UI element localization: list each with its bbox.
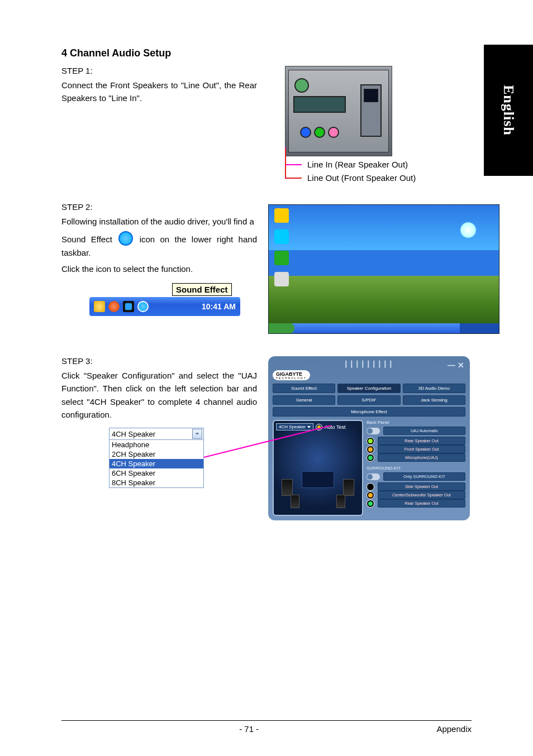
step3-text: Click "Speaker Configuration" and select…: [61, 369, 257, 421]
surround-kit-label: SURROUND-KIT: [367, 466, 465, 471]
panel-speaker-select-label: 4CH Speaker: [279, 424, 306, 429]
panel-drag-handle-icon[interactable]: ┃┃┃┃┃┃┃┃┃: [273, 361, 465, 368]
speaker-room-preview: 4CH Speaker Auto Test: [273, 420, 363, 516]
desktop-icon[interactable]: [272, 208, 291, 224]
panel-tab[interactable]: S/PDIF: [337, 395, 400, 405]
panel-tab[interactable]: Microphone Effect: [273, 407, 465, 417]
step2-text-a: Following installation of the audio driv…: [61, 217, 254, 226]
desktop-icon[interactable]: [272, 251, 291, 266]
jack-label: Rear Speaker Out: [378, 499, 465, 508]
usb-lan-stack-icon: [360, 84, 382, 137]
tray-icon-2[interactable]: [108, 301, 120, 312]
panel-tab[interactable]: Jack Sensing: [403, 395, 465, 405]
back-panel-label: Back Panel: [367, 420, 465, 425]
line-in-jack-icon: [300, 127, 311, 138]
dropdown-option[interactable]: 4CH Speaker: [110, 459, 203, 468]
step1-label: STEP 1:: [61, 66, 257, 75]
chevron-down-icon: [307, 426, 311, 428]
mic-jack-icon: [328, 127, 339, 138]
jack-label: Rear Speaker Out: [378, 437, 465, 445]
jack-indicator-icon: [367, 437, 374, 445]
page-number: - 71 -: [239, 724, 259, 734]
jack-indicator-icon: [367, 454, 374, 462]
footer-section: Appendix: [436, 724, 472, 734]
jack-label: Side Speaker Out: [378, 482, 465, 491]
page-title: 4 Channel Audio Setup: [61, 47, 499, 59]
jack-label: Center/Subwoofer Speaker Out: [378, 491, 465, 499]
serial-port-icon: [293, 96, 346, 113]
sound-effect-tooltip: Sound Effect: [172, 283, 232, 296]
jack-label: Front Speaker Out: [378, 445, 465, 453]
step2-text-line3: Click the icon to select the function.: [61, 262, 257, 275]
rear-panel-photo: [285, 66, 392, 156]
step2-text-b: Sound Effect: [61, 235, 112, 244]
jack-indicator-icon: [367, 483, 374, 491]
jack-indicator-icon: [367, 491, 374, 499]
panel-tab[interactable]: General: [273, 395, 335, 405]
step1-text: Connect the Front Speakers to "Line Out"…: [61, 79, 257, 105]
listener-couch-icon: [302, 471, 334, 488]
callout-line-out: Line Out (Front Speaker Out): [307, 173, 416, 183]
desktop-taskbar[interactable]: [269, 323, 499, 333]
gigabyte-logo: GIGABYTE TECHNOLOGY: [273, 370, 310, 380]
speaker-rear-left-icon: [291, 495, 299, 508]
panel-tab[interactable]: Sound Effect: [273, 384, 335, 393]
step2-text-line2: Sound Effect icon on the lower right han…: [61, 231, 257, 259]
speaker-rear-right-icon: [336, 495, 345, 508]
jack-row: Center/Subwoofer Speaker Out: [367, 491, 465, 499]
jack-row: Front Speaker Out: [367, 445, 465, 453]
dropdown-current[interactable]: 4CH Speaker: [110, 428, 203, 440]
desktop-icon[interactable]: [272, 229, 291, 245]
brand-sub: TECHNOLOGY: [276, 377, 307, 380]
uaj-toggle[interactable]: [367, 428, 380, 434]
gigabyte-audio-panel: ┃┃┃┃┃┃┃┃┃ — ✕ GIGABYTE TECHNOLOGY Sound …: [268, 356, 470, 520]
callout-leader-line-in-icon: [285, 164, 302, 165]
jack-row: Side Speaker Out: [367, 482, 465, 491]
windows-taskbar[interactable]: 10:41 AM: [89, 297, 240, 316]
dropdown-list[interactable]: Headphone2CH Speaker4CH Speaker6CH Speak…: [110, 440, 203, 487]
windows-desktop-screenshot: [268, 204, 499, 334]
tray-icon-1[interactable]: [94, 301, 105, 312]
jack-row: Rear Speaker Out: [367, 437, 465, 445]
ps2-port-icon: [294, 78, 309, 93]
tray-icon-3[interactable]: [123, 301, 134, 312]
jack-indicator-icon: [367, 446, 374, 453]
bliss-sun-icon: [460, 222, 477, 238]
desktop-icon[interactable]: [272, 272, 291, 288]
jack-label: Microphone(UAJ): [378, 453, 465, 462]
language-label: English: [500, 85, 517, 136]
sound-effect-tray-icon[interactable]: [137, 301, 149, 312]
jack-row: Microphone(UAJ): [367, 453, 465, 462]
speaker-front-right-icon: [343, 479, 354, 496]
panel-speaker-select[interactable]: 4CH Speaker: [276, 423, 313, 430]
taskbar-figure: Sound Effect 10:41 AM: [89, 283, 240, 316]
dropdown-option[interactable]: 8CH Speaker: [110, 478, 203, 487]
panel-tab[interactable]: Speaker Configuration: [337, 384, 400, 393]
panel-tabs: Sound EffectSpeaker Configuration3D Audi…: [273, 384, 465, 417]
jack-row: Rear Speaker Out: [367, 499, 465, 508]
line-out-jack-icon: [314, 127, 325, 138]
dropdown-option[interactable]: 2CH Speaker: [110, 449, 203, 459]
taskbar-clock: 10:41 AM: [202, 302, 236, 311]
only-sk-label: Only SURROUND-KIT: [383, 472, 465, 481]
dropdown-current-label: 4CH Speaker: [112, 430, 155, 438]
surround-kit-toggle[interactable]: [367, 473, 380, 480]
sound-effect-inline-icon: [118, 231, 133, 246]
step2-label: STEP 2:: [61, 202, 257, 212]
dropdown-option[interactable]: Headphone: [110, 440, 203, 449]
step3-label: STEP 3:: [61, 356, 257, 366]
panel-tab[interactable]: 3D Audio Demo: [403, 384, 465, 393]
step2-text-line1: Following installation of the audio driv…: [61, 215, 257, 228]
jack-indicator-icon: [367, 500, 374, 508]
callout-line-in: Line In (Rear Speaker Out): [307, 160, 408, 169]
speaker-dropdown[interactable]: 4CH Speaker Headphone2CH Speaker4CH Spea…: [109, 428, 204, 488]
callout-leader-line-out-icon: [285, 178, 302, 179]
io-shield: [288, 70, 389, 152]
dropdown-option[interactable]: 6CH Speaker: [110, 468, 203, 478]
page-footer: - 71 - Appendix: [61, 720, 472, 734]
speaker-front-left-icon: [282, 479, 293, 496]
close-icon[interactable]: — ✕: [448, 361, 464, 370]
chevron-down-icon[interactable]: [192, 429, 202, 439]
uaj-auto-label: UAJ Automatic: [383, 427, 465, 435]
